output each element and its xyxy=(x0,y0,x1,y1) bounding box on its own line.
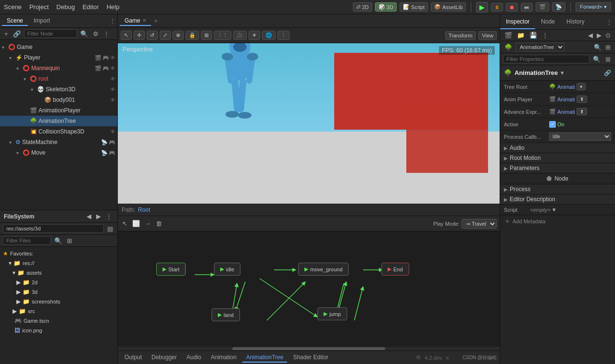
section-parameters[interactable]: ▶ Parameters xyxy=(500,163,615,173)
toolbar-3d-btn[interactable]: 🎲 3D xyxy=(375,2,397,12)
state-machine-canvas[interactable]: ▶ Start ▶ idle ▶ move_ground ▶ End xyxy=(118,231,500,347)
fs-item-res[interactable]: ▾ 📁 res:// xyxy=(0,258,117,268)
fs-favorites[interactable]: ★ Favorites: xyxy=(0,249,117,258)
vp-move-btn[interactable]: ✛ xyxy=(134,31,145,40)
insp-save-icon[interactable]: 💾 xyxy=(528,31,539,39)
active-value[interactable]: ✓ On xyxy=(549,121,611,128)
tree-item-game[interactable]: ▾ ⭕ Game xyxy=(0,42,117,52)
anim-player-icon-btn[interactable]: ⬆ xyxy=(577,96,587,103)
render-mode-btn[interactable]: Forward+ ▾ xyxy=(576,2,611,12)
tab-animation[interactable]: Animation xyxy=(207,353,240,363)
node-remote-icon[interactable]: 🔗 xyxy=(604,70,611,76)
sm-node-land[interactable]: ▶ land xyxy=(212,308,240,321)
anim-forward-btn[interactable]: → xyxy=(143,219,152,228)
scrollbar-thumb[interactable] xyxy=(232,347,385,350)
vp-view-btn[interactable]: View xyxy=(478,31,497,40)
fs-filter-input[interactable] xyxy=(3,236,51,245)
vp-sun-btn[interactable]: ☀ xyxy=(249,31,260,40)
vp-grid-btn[interactable]: ⋮⋮ xyxy=(214,31,231,40)
script-dropdown-btn[interactable]: ▾ xyxy=(552,206,556,213)
sm-node-jump[interactable]: ▶ jump xyxy=(317,307,347,320)
anim-delete-btn[interactable]: 🗑 xyxy=(154,219,163,228)
toolbar-assetlib-btn[interactable]: 📦 AssetLib xyxy=(431,2,466,12)
fs-layout-btn[interactable]: ▤ xyxy=(106,225,114,233)
more-btn[interactable]: ⋮ xyxy=(102,30,111,38)
insp-object-btn[interactable]: ⊙ xyxy=(604,31,612,39)
tree-root-dropdown[interactable]: ▾ xyxy=(577,83,586,90)
vp-more-btn[interactable]: ⋮ xyxy=(277,31,289,40)
tab-history[interactable]: History xyxy=(561,14,590,29)
tab-output[interactable]: Output xyxy=(121,353,146,363)
fs-nav-forward[interactable]: ▶ xyxy=(95,212,102,220)
anim-box-btn[interactable]: ⬜ xyxy=(131,219,141,228)
process-callb-select[interactable]: Idle xyxy=(549,133,611,141)
path-input[interactable] xyxy=(3,224,104,233)
menu-editor[interactable]: Editor xyxy=(83,3,99,11)
insp-next-btn[interactable]: ▶ xyxy=(595,31,603,39)
vp-select-btn[interactable]: ↖ xyxy=(121,31,132,40)
tab-animtree[interactable]: AnimationTree xyxy=(242,353,288,363)
fs-item-src[interactable]: ▶ 📁 src xyxy=(0,306,117,316)
insp-folder-icon[interactable]: 📁 xyxy=(515,31,526,39)
horizontal-scrollbar[interactable] xyxy=(118,347,500,351)
filter-search-icon[interactable]: 🔍 xyxy=(79,30,89,38)
active-checkbox[interactable]: ✓ xyxy=(549,121,556,128)
add-node-btn[interactable]: + xyxy=(3,30,10,38)
insp-filter-settings[interactable]: ⊞ xyxy=(604,43,612,51)
viewport-add-tab[interactable]: ＋ xyxy=(153,17,159,25)
panel-more-btn[interactable]: ⋮ xyxy=(110,18,115,24)
tree-item-statemachine[interactable]: ▾ ⚙ StateMachine 📡 🎮 xyxy=(0,137,117,147)
node-dropdown-btn[interactable]: ▾ xyxy=(561,69,564,76)
add-metadata-row[interactable]: ＋ Add Metadata xyxy=(500,215,615,228)
play-mode-select[interactable]: ⇒ Travel xyxy=(462,219,497,229)
toolbar-script-btn[interactable]: 📝 Script xyxy=(400,2,428,12)
tree-item-mannequin[interactable]: ▾ ⭕ Mannequin 🎬 🎮 👁 xyxy=(0,63,117,73)
tree-item-move[interactable]: ▾ ⭕ Move 📡 🎮 xyxy=(0,147,117,158)
vp-env-btn[interactable]: 🌐 xyxy=(262,31,276,40)
remote-button[interactable]: 📡 xyxy=(552,2,565,12)
inspector-tab-more[interactable]: ⋮ xyxy=(603,19,615,25)
fs-item-2d[interactable]: ▶ 📁 2d xyxy=(0,278,117,287)
viewport-tab-game[interactable]: Game ✕ xyxy=(120,16,151,26)
menu-help[interactable]: Help xyxy=(107,3,120,11)
stop-button[interactable]: ⏹ xyxy=(506,3,518,12)
fs-item-3d[interactable]: ▶ 📁 3d xyxy=(0,287,117,297)
tree-item-collision[interactable]: 💥 CollisionShape3D 👁 xyxy=(0,126,117,137)
sm-node-move-ground[interactable]: ▶ move_ground xyxy=(298,263,349,276)
fs-item-assets[interactable]: ▾ 📁 assets xyxy=(0,268,117,278)
filter-properties-input[interactable] xyxy=(503,55,590,63)
tab-audio[interactable]: Audio xyxy=(183,353,205,363)
configure-btn[interactable]: ⚙ xyxy=(91,30,100,38)
step-button[interactable]: ⏭ xyxy=(521,3,533,12)
pause-button[interactable]: ⏸ xyxy=(491,3,503,12)
fs-nav-back[interactable]: ◀ xyxy=(85,212,93,220)
tab-inspector[interactable]: Inspector xyxy=(500,14,535,29)
vp-camera-btn[interactable]: 🎥 xyxy=(233,31,247,40)
tab-scene[interactable]: Scene xyxy=(2,16,28,26)
tree-item-skeleton3d[interactable]: ▾ 💀 Skeleton3D 👁 xyxy=(0,84,117,95)
fs-filter-sort[interactable]: ⊞ xyxy=(65,237,74,245)
insp-prev-btn[interactable]: ◀ xyxy=(587,31,594,39)
insp-scene-icon[interactable]: 🎬 xyxy=(503,31,514,39)
menu-scene[interactable]: Scene xyxy=(4,3,22,11)
tab-import[interactable]: Import xyxy=(29,16,55,26)
movie-button[interactable]: 🎬 xyxy=(536,2,549,12)
toolbar-2d-btn[interactable]: ⇄ 2D xyxy=(353,2,372,12)
menu-project[interactable]: Project xyxy=(29,3,49,11)
filter-search-btn[interactable]: 🔍 xyxy=(591,55,602,63)
fs-item-game-tscn[interactable]: 🎮 Game.tscn xyxy=(0,316,117,326)
fs-item-screenshots[interactable]: ▶ 📁 screenshots xyxy=(0,297,117,306)
tab-node[interactable]: Node xyxy=(535,14,561,29)
vp-snap-btn[interactable]: ⊞ xyxy=(201,31,212,40)
advance-expr-icon-btn[interactable]: ⬆ xyxy=(577,108,587,115)
tree-item-animtree[interactable]: 🌳 AnimationTree xyxy=(0,116,117,126)
sm-node-end[interactable]: ▶ End xyxy=(381,263,409,276)
sm-node-start[interactable]: ▶ Start xyxy=(156,263,186,276)
vp-lock-btn[interactable]: 🔒 xyxy=(186,31,199,40)
tree-item-player[interactable]: ▾ ⚡ Player 🎬 🎮 👁 xyxy=(0,52,117,63)
tree-item-animplayer[interactable]: 🎬 AnimationPlayer xyxy=(0,105,117,116)
vp-alt-btn[interactable]: ⊕ xyxy=(173,31,184,40)
link-btn[interactable]: 🔗 xyxy=(12,30,22,38)
sm-node-idle[interactable]: ▶ idle xyxy=(214,263,240,276)
insp-more-icon[interactable]: ⋮ xyxy=(540,31,550,39)
